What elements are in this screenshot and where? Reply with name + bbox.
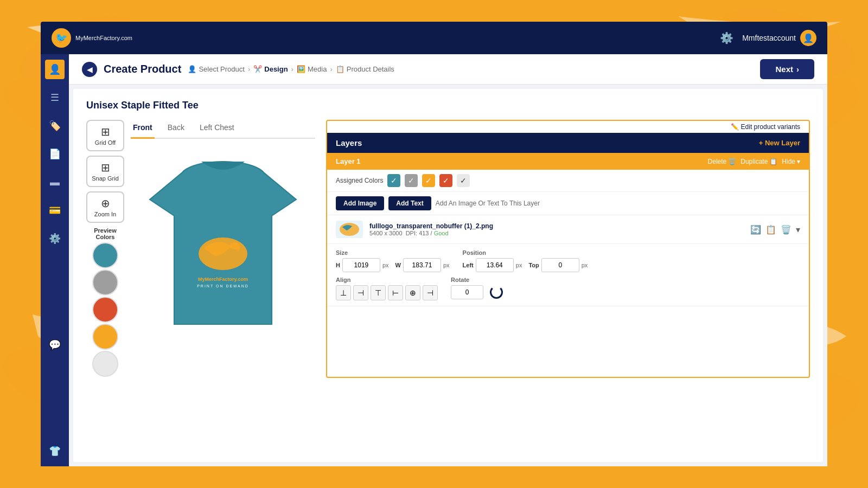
back-button[interactable]: ◀: [82, 62, 97, 77]
size-group: Size H px W px: [336, 249, 450, 272]
tool-buttons: ⊞ Grid Off ⊞ Snap Grid ⊕ Zoom In: [86, 120, 124, 378]
page-content: Unisex Staple Fitted Tee ⊞ Grid Off ⊞: [73, 89, 823, 462]
settings-icon[interactable]: ⚙️: [720, 31, 733, 44]
rotate-label: Rotate: [451, 277, 503, 283]
breadcrumb-design[interactable]: ✂️ Design: [253, 65, 288, 73]
new-layer-button[interactable]: + New Layer: [759, 139, 800, 147]
svg-point-9: [340, 223, 359, 236]
edit-variants-link[interactable]: ✏️ Edit product variants: [327, 121, 809, 133]
layer-actions: Delete 🗑️ Duplicate 📋 Hide ▾: [708, 158, 800, 165]
align-row: Align ⊥ ⊣ ⊤ ⊢ ⊕ ⊣: [336, 277, 800, 300]
rotate-input[interactable]: [451, 285, 483, 299]
header-left: ◀ Create Product 👤 Select Product › ✂️ D…: [82, 62, 394, 77]
color-swatch-red[interactable]: [92, 297, 118, 323]
align-right-button[interactable]: ⊣: [423, 285, 438, 300]
preview-colors-panel: Preview Colors: [86, 227, 124, 378]
add-hint: Add An Image Or Text To This Layer: [436, 196, 540, 210]
shirt-canvas: MyMerchFactory.com PRINT ON DEMAND: [131, 145, 315, 351]
breadcrumb-product-details[interactable]: 📋 Product Details: [336, 65, 394, 73]
tshirt-svg: MyMerchFactory.com PRINT ON DEMAND: [142, 156, 304, 341]
assigned-colors-row: Assigned Colors ✓ ✓ ✓ ✓ ✓: [327, 170, 809, 192]
assigned-color-orange[interactable]: ✓: [422, 174, 435, 187]
product-name: Unisex Staple Fitted Tee: [86, 100, 810, 111]
size-label: Size: [336, 249, 450, 256]
sidebar-item-chat[interactable]: 💬: [45, 335, 65, 355]
delete-layer-button[interactable]: Delete 🗑️: [708, 158, 737, 165]
color-swatch-orange[interactable]: [92, 324, 118, 350]
assigned-color-lightgray[interactable]: ✓: [457, 174, 470, 187]
replace-image-button[interactable]: 🔄: [750, 224, 761, 235]
image-item-actions: 🔄 📋 🗑️ ▾: [750, 224, 800, 235]
main-area: ◀ Create Product 👤 Select Product › ✂️ D…: [69, 54, 827, 466]
align-label: Align: [336, 277, 438, 283]
color-swatch-gray[interactable]: [92, 269, 118, 296]
breadcrumb-media[interactable]: 🖼️ Media: [297, 65, 327, 73]
design-area: ⊞ Grid Off ⊞ Snap Grid ⊕ Zoom In: [86, 120, 810, 378]
sidebar-item-settings[interactable]: ⚙️: [45, 229, 65, 248]
duplicate-layer-button[interactable]: Duplicate 📋: [741, 158, 777, 165]
svg-point-6: [199, 237, 247, 270]
sidebar-item-menu[interactable]: ☰: [45, 88, 65, 107]
sidebar-item-document[interactable]: 📄: [45, 144, 65, 164]
rotate-circle[interactable]: [490, 286, 503, 299]
next-button[interactable]: Next ›: [760, 59, 814, 79]
copy-image-button[interactable]: 📋: [765, 224, 776, 235]
sidebar-item-layers[interactable]: ▬: [45, 172, 65, 192]
user-info: Mmftestaccount 👤: [742, 30, 816, 46]
tab-left-chest[interactable]: Left Chest: [197, 120, 237, 139]
width-input[interactable]: [403, 258, 441, 272]
rotate-group: Rotate: [451, 277, 503, 300]
size-pos-row: Size H px W px: [336, 249, 800, 272]
sidebar-item-profile[interactable]: 👤: [45, 60, 65, 79]
image-thumbnail: [336, 221, 363, 238]
layer-name: Layer 1: [336, 157, 361, 165]
layers-header: Layers + New Layer: [327, 133, 809, 153]
color-swatch-lightgray[interactable]: [92, 351, 118, 377]
align-top-button[interactable]: ⊤: [371, 285, 386, 300]
avatar[interactable]: 👤: [800, 30, 816, 46]
color-swatch-teal[interactable]: [92, 242, 118, 268]
svg-text:MyMerchFactory.com: MyMerchFactory.com: [198, 277, 248, 282]
assigned-color-red[interactable]: ✓: [439, 174, 452, 187]
size-pos-panel: Size H px W px: [327, 244, 809, 306]
tab-back[interactable]: Back: [165, 120, 187, 139]
tab-front[interactable]: Front: [131, 120, 155, 139]
position-group: Position Left px Top px: [463, 249, 588, 272]
delete-image-button[interactable]: 🗑️: [781, 224, 792, 235]
logo-icon: 🐦: [52, 28, 71, 48]
image-meta: 5400 x 3000 DPI: 413 / Good: [369, 230, 744, 236]
align-center-v-button[interactable]: ⊕: [405, 285, 420, 300]
breadcrumb-select-product[interactable]: 👤 Select Product: [188, 65, 245, 73]
image-filename: fulllogo_transparent_nobuffer (1)_2.png: [369, 222, 744, 230]
page-title: Create Product: [104, 63, 181, 75]
add-text-button[interactable]: Add Text: [388, 196, 431, 210]
left-input[interactable]: [476, 258, 514, 272]
navbar-right: ⚙️ Mmftestaccount 👤: [720, 30, 816, 46]
zoom-in-button[interactable]: ⊕ Zoom In: [86, 191, 124, 223]
align-left-button[interactable]: ⊢: [388, 285, 403, 300]
sidebar-item-tags[interactable]: 🏷️: [45, 116, 65, 136]
hide-layer-button[interactable]: Hide ▾: [782, 158, 800, 165]
layers-panel: ✏️ Edit product variants Layers + New La…: [326, 120, 810, 378]
shirt-area: Front Back Left Chest: [131, 120, 315, 378]
layer-row: Layer 1 Delete 🗑️ Duplicate 📋: [327, 153, 809, 170]
align-bottom-button[interactable]: ⊥: [336, 285, 351, 300]
assigned-colors-label: Assigned Colors: [336, 177, 383, 184]
snap-grid-button[interactable]: ⊞ Snap Grid: [86, 156, 124, 187]
sidebar: 👤 ☰ 🏷️ 📄 ▬ 💳 ⚙️ 💬 👕: [41, 54, 69, 466]
height-input[interactable]: [342, 258, 380, 272]
layers-title: Layers: [336, 138, 362, 147]
assigned-color-teal[interactable]: ✓: [387, 174, 400, 187]
image-item-row: fulllogo_transparent_nobuffer (1)_2.png …: [327, 215, 809, 244]
assigned-color-gray[interactable]: ✓: [405, 174, 418, 187]
expand-image-button[interactable]: ▾: [796, 224, 800, 235]
top-input[interactable]: [541, 258, 579, 272]
grid-off-button[interactable]: ⊞ Grid Off: [86, 120, 124, 151]
align-center-h-button[interactable]: ⊣: [353, 285, 368, 300]
navbar: 🐦 MyMerchFactory.com ⚙️ Mmftestaccount 👤: [41, 22, 827, 54]
sidebar-item-shirt[interactable]: 👕: [45, 441, 65, 461]
add-buttons-row: Add Image Add Text Add An Image Or Text …: [327, 192, 809, 215]
add-image-button[interactable]: Add Image: [336, 196, 384, 210]
sidebar-item-billing[interactable]: 💳: [45, 201, 65, 220]
image-info: fulllogo_transparent_nobuffer (1)_2.png …: [369, 222, 744, 236]
